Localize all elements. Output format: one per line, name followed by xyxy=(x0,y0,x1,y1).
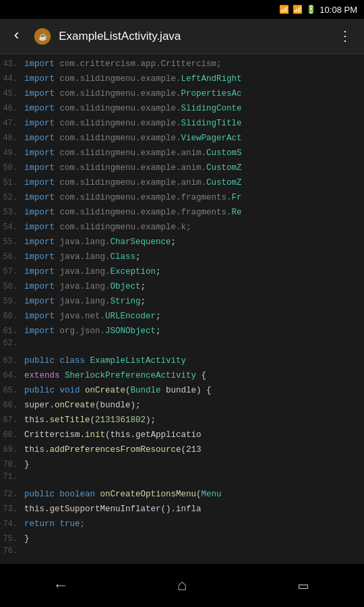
code-token: SherlockPreferenceActivity xyxy=(65,371,196,380)
line-number: 53. xyxy=(0,208,24,217)
code-line: 52.import com.slidingmenu.example.fragme… xyxy=(0,190,364,205)
code-token: import xyxy=(24,223,60,232)
line-content: import java.lang.Object; xyxy=(24,279,146,294)
line-content: public boolean onCreateOptionsMenu(Menu xyxy=(24,487,222,502)
code-token: public xyxy=(24,386,60,395)
code-token: public xyxy=(24,356,60,366)
line-number: 71. xyxy=(0,472,24,482)
code-token: return xyxy=(24,519,60,529)
line-number: 72. xyxy=(0,490,24,499)
code-token: } xyxy=(24,534,30,544)
line-number: 68. xyxy=(0,430,24,440)
code-token: Object xyxy=(111,282,141,291)
code-line: 48.import com.slidingmenu.example.ViewPa… xyxy=(0,131,364,146)
code-line: 70. } xyxy=(0,457,364,472)
line-number: 62. xyxy=(0,339,24,348)
code-token: ViewPagerAct xyxy=(181,134,242,143)
home-nav-button[interactable]: ⌂ xyxy=(164,570,200,602)
line-number: 55. xyxy=(0,237,24,247)
code-line: 62. xyxy=(0,339,364,353)
code-line: 65. public void onCreate(Bundle bundle) … xyxy=(0,383,364,398)
code-token: import xyxy=(24,252,60,262)
code-token: true; xyxy=(60,519,86,529)
status-bar: 📶 📶 🔋 10:08 PM xyxy=(0,0,364,19)
line-number: 59. xyxy=(0,297,24,306)
line-number: 60. xyxy=(0,312,24,321)
line-content: import com.slidingmenu.example.LeftAndRi… xyxy=(24,71,242,86)
code-line: 74. return true; xyxy=(0,517,364,531)
code-token: this. xyxy=(24,415,50,425)
wifi-icon: 📶 xyxy=(279,5,289,15)
line-number: 69. xyxy=(0,445,24,455)
code-token: import xyxy=(24,326,60,336)
line-content: import com.slidingmenu.example.fragments… xyxy=(24,190,242,205)
code-token: ; xyxy=(141,297,146,306)
back-button[interactable]: ‹ xyxy=(7,28,26,45)
code-token: com.slidingmenu.example. xyxy=(60,119,181,128)
code-token: com.crittercism.app.Crittercism; xyxy=(60,59,222,69)
code-token: CharSequence xyxy=(111,237,171,247)
line-content: this.getSupportMenuInflater().infla xyxy=(24,502,202,517)
code-token: com.slidingmenu.example.fragments. xyxy=(60,193,232,202)
code-token: ; xyxy=(171,237,177,247)
code-token: this. xyxy=(24,504,50,514)
code-token: ; xyxy=(135,252,141,262)
code-token: import xyxy=(24,282,60,291)
code-token: import xyxy=(24,193,60,202)
line-number: 52. xyxy=(0,193,24,202)
code-token: ; xyxy=(156,326,161,336)
code-token: com.slidingmenu.example. xyxy=(60,104,181,113)
code-token: import xyxy=(24,74,60,84)
code-token: CustomS xyxy=(206,148,242,158)
line-content: import com.slidingmenu.example.k; xyxy=(24,220,191,235)
line-number: 74. xyxy=(0,519,24,529)
line-number: 64. xyxy=(0,371,24,380)
code-token: java.lang. xyxy=(60,252,111,262)
code-token: import xyxy=(24,59,60,69)
code-token: String xyxy=(111,297,141,306)
code-token: com.slidingmenu.example.anim. xyxy=(60,178,207,187)
code-token: Menu xyxy=(202,490,222,499)
line-number: 73. xyxy=(0,504,24,514)
code-token: import xyxy=(24,119,60,128)
line-content: public class ExampleListActivity xyxy=(24,353,186,368)
line-number: 43. xyxy=(0,59,24,69)
code-token: com.slidingmenu.example.fragments. xyxy=(60,208,232,217)
code-token: com.slidingmenu.example. xyxy=(60,74,181,84)
java-icon: ☕ xyxy=(32,26,53,47)
code-token: init xyxy=(85,430,105,440)
code-token: SlidingTitle xyxy=(181,119,242,128)
code-token: void xyxy=(60,386,86,395)
line-content: super.onCreate(bundle); xyxy=(24,398,141,413)
code-token: (213 xyxy=(181,445,202,455)
code-token: ; xyxy=(156,267,161,277)
line-content: import com.slidingmenu.example.ViewPager… xyxy=(24,131,242,146)
code-token: import xyxy=(24,163,60,173)
code-token: ( xyxy=(196,490,202,499)
code-token: onCreateOptionsMenu xyxy=(100,490,197,499)
code-token: import xyxy=(24,104,60,113)
code-line: 72. public boolean onCreateOptionsMenu(M… xyxy=(0,487,364,502)
line-content: import java.lang.String; xyxy=(24,294,146,309)
recent-nav-button[interactable]: ▭ xyxy=(285,569,322,602)
code-line: 68. Crittercism.init(this.getApplicatio xyxy=(0,428,364,442)
menu-button[interactable]: ⋮ xyxy=(333,28,357,45)
line-number: 66. xyxy=(0,401,24,410)
code-line: 76. xyxy=(0,546,364,561)
line-content: import com.slidingmenu.example.anim.Cust… xyxy=(24,161,242,175)
line-content: extends SherlockPreferenceActivity { xyxy=(24,368,206,383)
line-content: import com.crittercism.app.Crittercism; xyxy=(24,57,222,71)
code-line: 66. super.onCreate(bundle); xyxy=(0,398,364,413)
code-token: onCreate xyxy=(85,386,125,395)
line-number: 67. xyxy=(0,415,24,425)
code-line: 50.import com.slidingmenu.example.anim.C… xyxy=(0,161,364,175)
code-token: import xyxy=(24,297,60,306)
line-content: this.addPreferencesFromResource(213 xyxy=(24,442,202,457)
back-nav-button[interactable]: ← xyxy=(42,570,79,602)
code-token: com.slidingmenu.example.anim. xyxy=(60,148,207,158)
code-line: 71. xyxy=(0,472,364,487)
code-line: 60.import java.net.URLEncoder; xyxy=(0,309,364,324)
line-number: 56. xyxy=(0,252,24,262)
code-token: ( xyxy=(90,415,96,425)
code-line: 75. } xyxy=(0,531,364,546)
